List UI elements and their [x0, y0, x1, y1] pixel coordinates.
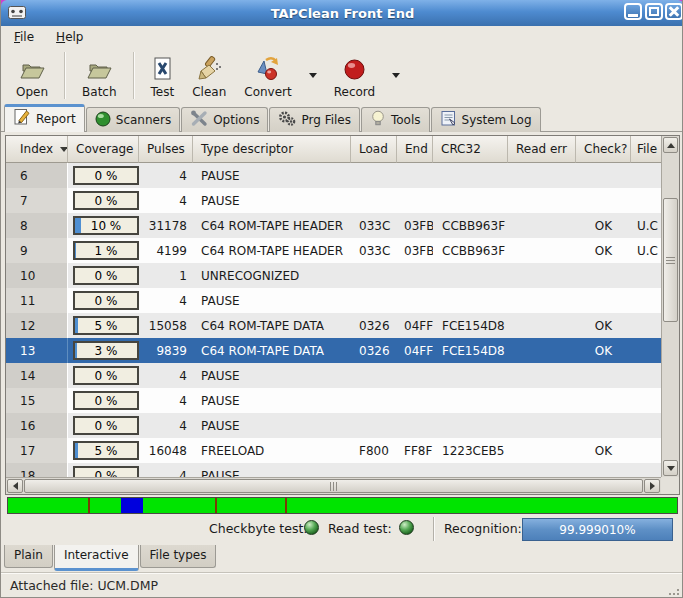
column-header-crc32[interactable]: CRC32 [433, 136, 508, 163]
cell-check: OK [576, 313, 631, 338]
tab-report[interactable]: Report [4, 104, 85, 132]
cell-value: 7 [20, 194, 28, 208]
scroll-down-button[interactable] [663, 460, 678, 476]
recognition-label: Recognition: [444, 521, 522, 536]
table-row[interactable]: 180 %4PAUSE [6, 463, 661, 477]
cell-check: OK [576, 438, 631, 463]
cell-readerr [508, 288, 576, 313]
tab-prg-files[interactable]: Prg Files [269, 107, 360, 132]
column-header-pulses[interactable]: Pulses [139, 136, 193, 163]
maximize-button[interactable] [645, 3, 663, 20]
cell-check: OK [576, 338, 631, 363]
tab-label: System Log [462, 113, 532, 127]
toolbar-button-label: Open [16, 85, 48, 99]
dropdown-arrow-button[interactable] [301, 47, 325, 104]
table-row[interactable]: 175 %16048FREELOADF800FF8F1223CEB5OK [6, 438, 661, 463]
column-header-coverage[interactable]: Coverage [68, 136, 139, 163]
table-row[interactable]: 150 %4PAUSE [6, 388, 661, 413]
table-row[interactable]: 810 %31178C64 ROM-TAPE HEADER033C03FBCCB… [6, 213, 661, 238]
table-row[interactable]: 125 %15058C64 ROM-TAPE DATA032604FFFCE15… [6, 313, 661, 338]
toolbar-record-button[interactable]: Record [325, 47, 384, 104]
cell-end: 04FF [397, 313, 433, 338]
dropdown-arrow-button[interactable] [384, 47, 408, 104]
column-header-file[interactable]: File [631, 136, 661, 163]
column-header-check[interactable]: Check? [576, 136, 631, 163]
toolbar-test-button[interactable]: Test [142, 47, 184, 104]
bottom-tab-interactive[interactable]: Interactive [54, 545, 139, 571]
toolbar-open-button[interactable]: Open [7, 47, 57, 104]
chevron-down-icon [392, 73, 400, 78]
menu-item-help[interactable]: Help [53, 29, 86, 45]
scroll-up-button[interactable] [663, 137, 678, 153]
bottom-tab-plain[interactable]: Plain [4, 545, 53, 568]
cell-coverage: 0 % [68, 288, 139, 313]
toolbar-clean-button[interactable]: Clean [183, 47, 235, 104]
cell-coverage: 3 % [68, 338, 139, 363]
cell-value: FF8F [404, 444, 432, 458]
column-header-load[interactable]: Load [351, 136, 397, 163]
tab-system-log[interactable]: System Log [431, 107, 541, 132]
column-header-end[interactable]: End [397, 136, 433, 163]
cell-index: 8 [6, 213, 68, 238]
close-button[interactable] [665, 3, 683, 20]
coverage-tick [215, 498, 217, 513]
cell-crc32: CCBB963F [433, 213, 508, 238]
cell-type: PAUSE [193, 288, 351, 313]
column-header-readerr[interactable]: Read err [508, 136, 576, 163]
toolbar-batch-button[interactable]: Batch [73, 47, 126, 104]
coverage-bar: 0 % [73, 466, 139, 477]
cell-file [631, 388, 661, 413]
table-row[interactable]: 133 %9839C64 ROM-TAPE DATA032604FFFCE154… [6, 338, 661, 363]
tab-options[interactable]: Options [181, 107, 268, 132]
cell-file [631, 363, 661, 388]
table-row[interactable]: 91 %4199C64 ROM-TAPE HEADER033C03FBCCBB9… [6, 238, 661, 263]
column-header-index[interactable]: Index [6, 136, 68, 163]
cell-value: UNRECOGNIZED [201, 269, 299, 283]
cell-pulses: 4 [139, 388, 193, 413]
column-label: Type descriptor [201, 142, 293, 156]
vscroll-thumb[interactable] [663, 198, 678, 322]
cell-load [351, 188, 397, 213]
scroll-right-button[interactable] [644, 479, 660, 493]
hscroll-thumb[interactable] [24, 479, 643, 493]
resize-grip[interactable] [669, 585, 679, 595]
cell-crc32: FCE154D8 [433, 313, 508, 338]
menu-item-file[interactable]: File [11, 29, 37, 45]
cell-crc32 [433, 263, 508, 288]
toolbar-convert-button[interactable]: Convert [235, 47, 300, 104]
tab-scanners[interactable]: Scanners [86, 107, 180, 132]
bottom-tab-label: File types [150, 548, 207, 562]
cell-value: PAUSE [201, 469, 240, 478]
horizontal-scrollbar[interactable] [6, 477, 661, 494]
convert-icon [254, 54, 282, 82]
cell-type: PAUSE [193, 188, 351, 213]
cell-pulses: 4 [139, 288, 193, 313]
titlebar[interactable]: TAPClean Front End [1, 0, 683, 26]
thumb-grip-icon [666, 260, 675, 261]
coverage-value: 0 % [75, 168, 137, 183]
table-row[interactable]: 100 %1UNRECOGNIZED [6, 263, 661, 288]
bottom-tab-file-types[interactable]: File types [140, 545, 217, 568]
column-header-type[interactable]: Type descriptor [193, 136, 351, 163]
cell-value: 033C [359, 219, 390, 233]
table-row[interactable]: 140 %4PAUSE [6, 363, 661, 388]
attached-file-text: Attached file: UCM.DMP [10, 578, 158, 593]
cell-value: FREELOAD [201, 444, 264, 458]
coverage-bar: 0 % [73, 366, 139, 385]
cell-readerr [508, 363, 576, 388]
table-row[interactable]: 110 %4PAUSE [6, 288, 661, 313]
cell-pulses: 16048 [139, 438, 193, 463]
scroll-left-button[interactable] [7, 479, 23, 493]
vertical-scrollbar[interactable] [661, 136, 679, 477]
cell-index: 18 [6, 463, 68, 477]
table-row[interactable]: 60 %4PAUSE [6, 163, 661, 188]
cell-coverage: 0 % [68, 188, 139, 213]
minimize-button[interactable] [624, 3, 642, 20]
cell-end [397, 163, 433, 188]
cell-value: 0326 [359, 344, 390, 358]
cell-value: CCBB963F [442, 219, 505, 233]
tab-tools[interactable]: Tools [361, 107, 430, 132]
table-row[interactable]: 160 %4PAUSE [6, 413, 661, 438]
toolbar-button-label: Batch [82, 85, 117, 99]
table-row[interactable]: 70 %4PAUSE [6, 188, 661, 213]
